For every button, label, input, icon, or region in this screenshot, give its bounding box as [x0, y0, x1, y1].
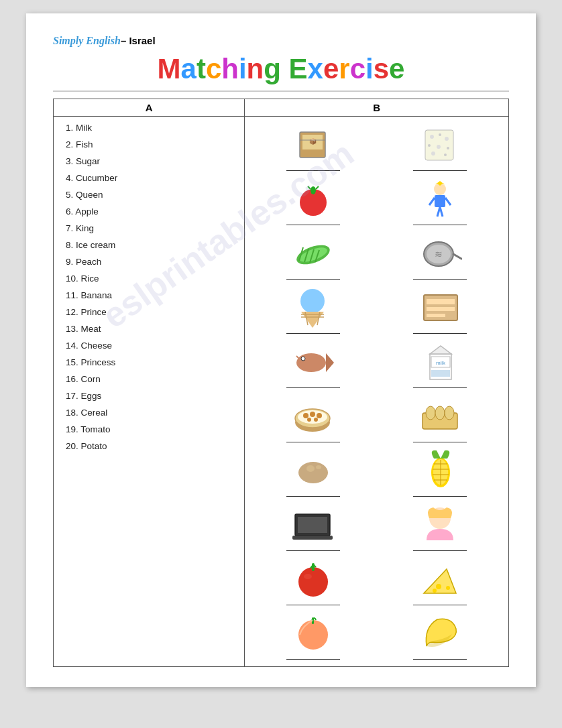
svg-line-23 [445, 198, 451, 205]
answer-line [413, 277, 467, 280]
answer-line [413, 548, 467, 551]
image-grid-cell: 📦 [245, 117, 509, 667]
svg-point-7 [445, 137, 449, 141]
svg-point-84 [446, 586, 450, 590]
image-item [380, 285, 500, 335]
svg-point-56 [303, 413, 308, 418]
svg-point-44 [296, 353, 326, 372]
svg-text:📦: 📦 [308, 137, 317, 145]
list-item: 8. Ice cream [59, 237, 239, 253]
svg-marker-82 [424, 569, 456, 593]
list-item: 13. Meat [59, 320, 239, 337]
word-list: 1. Milk 2. Fish 3. Sugar 4. Cucumber 5. … [59, 119, 239, 454]
list-item: 19. Tomato [59, 421, 239, 438]
list-item: 5. Queen [59, 186, 239, 203]
svg-point-58 [317, 413, 322, 418]
svg-point-85 [433, 589, 437, 593]
list-item: 18. Cereal [59, 404, 239, 421]
answer-line [413, 657, 467, 660]
list-item: 3. Sugar [59, 153, 239, 170]
answer-line [413, 603, 467, 605]
list-item: 17. Eggs [59, 387, 239, 404]
logo-text: Simply English [53, 35, 121, 46]
svg-point-64 [445, 406, 454, 420]
svg-point-9 [437, 145, 441, 149]
svg-line-32 [453, 254, 461, 259]
svg-point-6 [439, 133, 441, 136]
svg-line-22 [429, 198, 435, 205]
answer-line [286, 277, 340, 280]
list-item: 15. Princess [59, 354, 239, 371]
svg-point-81 [304, 574, 312, 579]
answer-line [413, 385, 467, 388]
svg-point-62 [426, 406, 435, 420]
list-item: 10. Rice [59, 270, 239, 287]
list-item: 12. Prince [59, 304, 239, 320]
image-item: 📦 [253, 122, 373, 172]
image-item [380, 176, 500, 227]
column-b-header: B [245, 99, 509, 117]
svg-point-59 [307, 418, 311, 422]
list-item: 11. Banana [59, 287, 239, 304]
svg-text:milk: milk [436, 360, 446, 366]
main-table: A B 1. Milk 2. Fish 3. Sugar 4. Cucumber… [53, 99, 509, 667]
list-item: 20. Potato [59, 438, 239, 454]
svg-rect-80 [312, 563, 315, 571]
svg-rect-42 [427, 307, 455, 311]
list-item: 16. Corn [59, 371, 239, 387]
svg-point-63 [435, 406, 445, 420]
svg-marker-45 [326, 353, 334, 372]
image-item [253, 502, 373, 552]
answer-line [286, 494, 340, 497]
image-item [380, 122, 500, 172]
svg-point-34 [300, 289, 325, 313]
image-item [253, 448, 373, 498]
svg-rect-77 [292, 536, 333, 540]
svg-point-46 [301, 357, 305, 361]
svg-point-10 [447, 147, 449, 149]
image-item [380, 556, 500, 607]
header-logo: Simply English– Israel [53, 34, 509, 48]
image-item [253, 339, 373, 389]
svg-point-83 [436, 584, 441, 589]
svg-rect-43 [427, 314, 445, 317]
image-item [253, 176, 373, 227]
image-item [253, 393, 373, 444]
answer-line [413, 168, 467, 171]
answer-line [286, 440, 340, 442]
subtitle-text: – Israel [121, 35, 156, 46]
column-a-header: A [54, 99, 245, 117]
svg-point-60 [314, 418, 318, 422]
svg-point-57 [310, 412, 315, 417]
svg-point-5 [430, 135, 434, 139]
list-item: 9. Peach [59, 253, 239, 270]
svg-point-12 [444, 154, 447, 156]
list-item: 2. Fish [59, 136, 239, 153]
svg-point-79 [298, 567, 328, 597]
list-item: 7. King [59, 220, 239, 237]
answer-line [413, 331, 467, 334]
answer-line [286, 223, 340, 225]
list-item: 6. Apple [59, 203, 239, 220]
answer-line [286, 657, 340, 660]
page-title: Matching Exercise [53, 53, 509, 92]
image-item [380, 611, 500, 661]
svg-rect-19 [435, 195, 445, 207]
image-item [253, 285, 373, 335]
answer-line [413, 223, 467, 225]
svg-rect-52 [431, 370, 450, 377]
list-item: 14. Cheese [59, 337, 239, 354]
svg-line-21 [440, 207, 443, 217]
svg-rect-41 [427, 299, 455, 304]
svg-rect-76 [298, 517, 327, 533]
answer-line [286, 603, 340, 605]
svg-line-16 [316, 186, 319, 189]
answer-line [286, 168, 340, 171]
image-grid: 📦 [250, 119, 503, 664]
image-item [253, 231, 373, 281]
image-item [253, 611, 373, 661]
svg-point-65 [298, 462, 328, 483]
answer-line [286, 385, 340, 388]
list-item: 1. Milk [59, 119, 239, 136]
answer-line [286, 548, 340, 551]
